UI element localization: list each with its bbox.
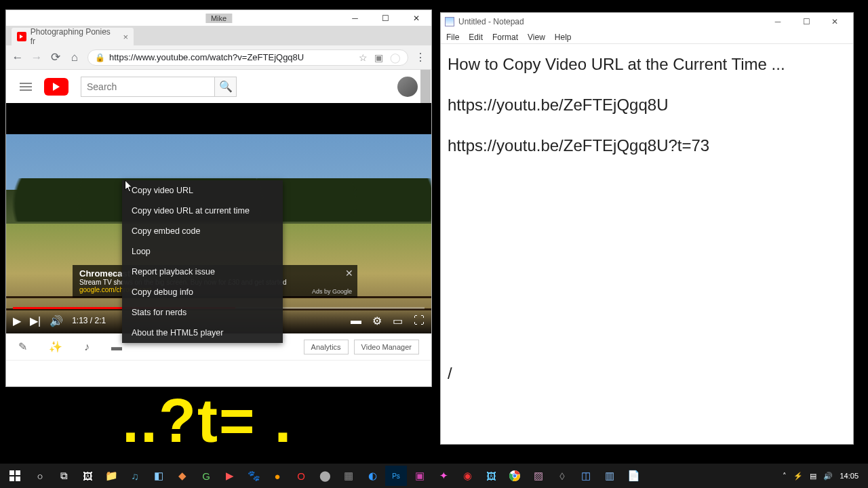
edit-icon[interactable]: ✎ xyxy=(18,340,27,353)
cast-icon[interactable]: ▣ xyxy=(374,52,383,63)
ctx-copy-url-time[interactable]: Copy video URL at current time xyxy=(122,201,283,221)
clock[interactable]: 14:05 xyxy=(840,472,859,480)
tb-app-icon[interactable]: ◆ xyxy=(172,466,193,486)
menu-file[interactable]: File xyxy=(446,33,459,42)
tb-photoshop-icon[interactable]: Ps xyxy=(385,466,407,486)
fullscreen-icon[interactable]: ⛶ xyxy=(414,314,425,327)
tb-app-icon[interactable]: ◫ xyxy=(575,466,597,486)
menu-format[interactable]: Format xyxy=(492,33,518,42)
settings-icon[interactable]: ⚙ xyxy=(372,314,382,327)
tb-app-icon[interactable]: ⬤ xyxy=(314,466,336,486)
chrome-titlebar: Mike ─ ☐ ✕ xyxy=(6,10,431,26)
tb-app-icon[interactable]: 🖼 xyxy=(77,466,98,486)
tb-app-icon[interactable]: ▶ xyxy=(219,466,241,486)
reload-button[interactable]: ⟳ xyxy=(50,52,62,64)
star-icon[interactable]: ☆ xyxy=(359,52,368,63)
ad-close-icon[interactable]: ✕ xyxy=(345,268,353,279)
start-button[interactable] xyxy=(3,466,27,486)
tray-chevron-icon[interactable]: ˄ xyxy=(783,472,787,481)
tb-app-icon[interactable]: ◉ xyxy=(456,466,478,486)
volume-icon[interactable]: 🔊 xyxy=(50,314,63,327)
cards-icon[interactable]: ▬ xyxy=(111,341,122,353)
ext-icon[interactable]: ◯ xyxy=(390,52,401,63)
tb-opera-icon[interactable]: O xyxy=(290,466,312,486)
tb-app-icon[interactable]: ▦ xyxy=(338,466,359,486)
np-line: https://youtu.be/ZeFTEjQgq8U xyxy=(448,93,846,117)
profile-label: Mike xyxy=(205,14,232,23)
ctx-report[interactable]: Report playback issue xyxy=(122,262,283,282)
menu-help[interactable]: Help xyxy=(555,33,572,42)
search-button[interactable]: 🔍 xyxy=(214,77,236,96)
system-tray: ˄ ⚡ ▤ 🔊 14:05 xyxy=(783,472,865,481)
tb-app-icon[interactable]: ● xyxy=(267,466,288,486)
menu-edit[interactable]: Edit xyxy=(469,33,483,42)
tb-app-icon[interactable]: ◧ xyxy=(148,466,170,486)
task-view-icon[interactable]: ⧉ xyxy=(53,466,75,486)
browser-tab[interactable]: Photographing Ponies fr × xyxy=(12,28,134,45)
np-line: How to Copy Video URL at the Current Tim… xyxy=(448,52,846,77)
tb-music-icon[interactable]: ♫ xyxy=(124,466,146,486)
video-manager-button[interactable]: Video Manager xyxy=(354,340,419,354)
play-button[interactable]: ▶ xyxy=(13,314,21,327)
np-line: https://youtu.be/ZeFTEjQgq8U?t=73 xyxy=(448,134,846,158)
np-line: / xyxy=(448,361,846,386)
svg-point-6 xyxy=(513,474,517,478)
maximize-button[interactable]: ☐ xyxy=(370,11,401,26)
svg-rect-2 xyxy=(9,476,14,481)
ctx-loop[interactable]: Loop xyxy=(122,241,283,262)
audio-icon[interactable]: ♪ xyxy=(84,341,90,353)
tb-app-icon[interactable]: ✦ xyxy=(433,466,454,486)
np-maximize-button[interactable]: ☐ xyxy=(792,14,821,30)
minimize-button[interactable]: ─ xyxy=(340,11,370,26)
tb-photos-icon[interactable]: 🖼 xyxy=(480,466,502,486)
youtube-favicon xyxy=(17,32,26,41)
time-display: 1:13 / 2:1 xyxy=(72,316,106,325)
analytics-button[interactable]: Analytics xyxy=(304,340,349,354)
tab-close-icon[interactable]: × xyxy=(123,32,128,42)
ctx-about[interactable]: About the HTML5 player xyxy=(122,323,283,343)
lock-icon: 🔒 xyxy=(95,53,105,62)
tb-app-icon[interactable]: ▣ xyxy=(409,466,431,486)
tb-app-icon[interactable]: 🐾 xyxy=(243,466,264,486)
forward-button[interactable]: → xyxy=(31,52,43,64)
enhance-icon[interactable]: ✨ xyxy=(49,340,62,353)
next-button[interactable]: ▶| xyxy=(30,314,41,327)
cortana-icon[interactable]: ○ xyxy=(29,466,51,486)
np-minimize-button[interactable]: ─ xyxy=(764,14,792,30)
ctx-debug[interactable]: Copy debug info xyxy=(122,282,283,302)
ctx-copy-url[interactable]: Copy video URL xyxy=(122,180,283,201)
subtitles-icon[interactable]: ▬ xyxy=(351,314,361,327)
tb-app-icon[interactable]: ▥ xyxy=(599,466,620,486)
svg-rect-1 xyxy=(16,470,20,475)
chrome-menu-icon[interactable]: ⋮ xyxy=(415,51,426,64)
youtube-logo[interactable] xyxy=(44,78,68,96)
ctx-copy-embed[interactable]: Copy embed code xyxy=(122,221,283,241)
tb-app-icon[interactable]: ▨ xyxy=(528,466,549,486)
notepad-text-area[interactable]: How to Copy Video URL at the Current Tim… xyxy=(441,44,853,410)
theater-icon[interactable]: ▭ xyxy=(393,314,403,327)
tb-explorer-icon[interactable]: 📁 xyxy=(100,466,122,486)
url-box[interactable]: 🔒 https://www.youtube.com/watch?v=ZeFTEj… xyxy=(87,49,408,66)
tb-notepad-icon[interactable]: 📄 xyxy=(623,466,644,486)
network-icon[interactable]: ▤ xyxy=(810,472,816,481)
tb-app-icon[interactable]: G xyxy=(195,466,217,486)
np-close-button[interactable]: ✕ xyxy=(821,14,849,30)
notepad-menu: File Edit Format View Help xyxy=(441,30,853,44)
tb-app-icon[interactable]: ◐ xyxy=(361,466,383,486)
search-input[interactable] xyxy=(81,77,214,96)
volume-tray-icon[interactable]: 🔊 xyxy=(823,472,833,481)
tb-app-icon[interactable]: ◊ xyxy=(551,466,573,486)
tb-chrome-icon[interactable] xyxy=(504,466,526,486)
wifi-icon[interactable]: ⚡ xyxy=(793,472,803,481)
back-button[interactable]: ← xyxy=(12,52,24,64)
hamburger-icon[interactable] xyxy=(20,83,32,91)
menu-view[interactable]: View xyxy=(528,33,545,42)
youtube-header: 🔍 xyxy=(6,70,431,103)
address-bar: ← → ⟳ ⌂ 🔒 https://www.youtube.com/watch?… xyxy=(6,45,431,70)
video-context-menu: Copy video URL Copy video URL at current… xyxy=(122,180,283,343)
close-button[interactable]: ✕ xyxy=(401,11,431,26)
taskbar: ○ ⧉ 🖼 📁 ♫ ◧ ◆ G ▶ 🐾 ● O ⬤ ▦ ◐ Ps ▣ ✦ ◉ 🖼… xyxy=(0,464,868,488)
ctx-stats[interactable]: Stats for nerds xyxy=(122,302,283,323)
user-avatar[interactable] xyxy=(397,77,418,97)
home-button[interactable]: ⌂ xyxy=(68,52,81,64)
